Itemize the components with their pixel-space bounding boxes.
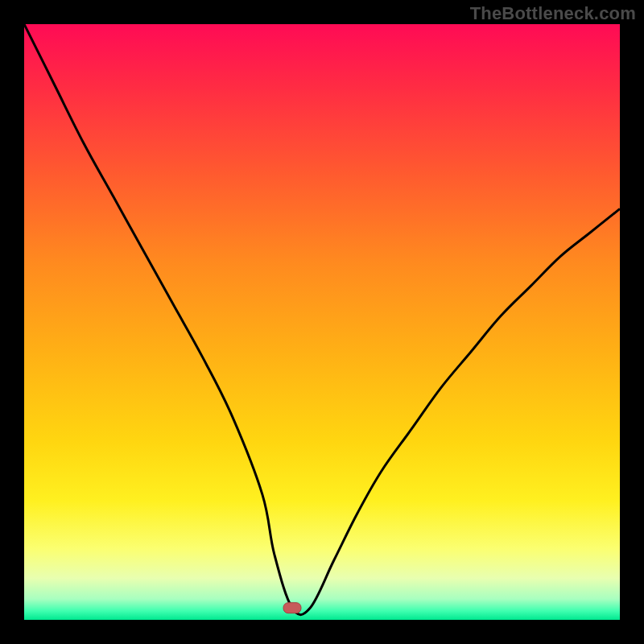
chart-svg (24, 24, 620, 620)
watermark-text: TheBottleneck.com (470, 3, 636, 24)
optimum-marker (283, 603, 301, 613)
chart-frame: TheBottleneck.com (0, 0, 644, 644)
plot-area (24, 24, 620, 620)
gradient-background (24, 24, 620, 620)
